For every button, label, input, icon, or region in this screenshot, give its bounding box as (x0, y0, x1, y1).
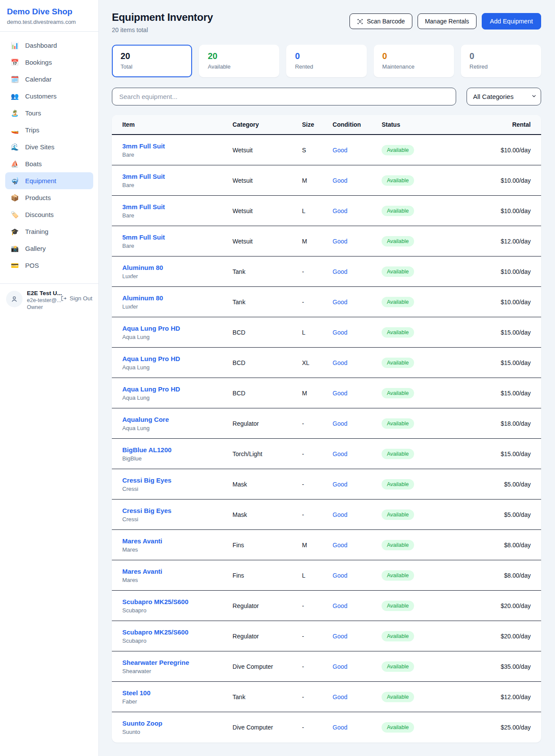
item-name-link[interactable]: Aqua Lung Pro HD (122, 385, 232, 393)
item-name-link[interactable]: Aqualung Core (122, 416, 232, 423)
manage-rentals-button[interactable]: Manage Rentals (418, 13, 477, 29)
item-category: Tank (232, 268, 302, 275)
condition-link[interactable]: Good (333, 390, 347, 397)
condition-link[interactable]: Good (333, 694, 347, 700)
sidebar-item[interactable]: 🎓 Training (5, 223, 93, 240)
item-name-link[interactable]: Aqua Lung Pro HD (122, 355, 232, 362)
item-name-link[interactable]: 5mm Full Suit (122, 233, 232, 241)
item-brand: Shearwater (122, 668, 232, 674)
item-name-link[interactable]: BigBlue AL1200 (122, 446, 232, 454)
item-name-link[interactable]: 3mm Full Suit (122, 173, 232, 180)
sidebar-item[interactable]: 📦 Products (5, 189, 93, 206)
condition-link[interactable]: Good (333, 663, 347, 670)
item-size: - (302, 694, 333, 700)
item-category: Dive Computer (232, 663, 302, 670)
item-category: BCD (232, 329, 302, 336)
item-size: - (302, 602, 333, 609)
sidebar-item[interactable]: 📊 Dashboard (5, 37, 93, 54)
item-name-link[interactable]: Aqua Lung Pro HD (122, 325, 232, 332)
stat-card[interactable]: 0 Retired (461, 45, 541, 77)
item-name-link[interactable]: Scubapro MK25/S600 (122, 598, 232, 605)
sidebar-item-label: POS (25, 262, 39, 269)
sidebar-item[interactable]: 🌊 Dive Sites (5, 138, 93, 155)
item-name-link[interactable]: Cressi Big Eyes (122, 507, 232, 514)
condition-link[interactable]: Good (333, 602, 347, 609)
item-category: Fins (232, 542, 302, 549)
sidebar-item[interactable]: 👥 Customers (5, 88, 93, 105)
search-input[interactable] (112, 88, 456, 105)
table-row: Aqua Lung Pro HD Aqua Lung BCD M Good Av… (112, 378, 541, 408)
item-name-link[interactable]: 3mm Full Suit (122, 203, 232, 210)
add-equipment-button[interactable]: Add Equipment (482, 13, 541, 30)
item-size: M (302, 542, 333, 549)
sign-out-icon (60, 295, 67, 302)
item-name-link[interactable]: Aluminum 80 (122, 294, 232, 302)
condition-link[interactable]: Good (333, 633, 347, 640)
sidebar-item-icon: 👥 (10, 93, 19, 99)
item-name-link[interactable]: 3mm Full Suit (122, 142, 232, 150)
condition-link[interactable]: Good (333, 724, 347, 731)
sidebar-item-label: Dashboard (25, 42, 57, 49)
stat-card[interactable]: 20 Total (112, 45, 192, 77)
condition-link[interactable]: Good (333, 542, 347, 549)
status-badge: Available (382, 206, 414, 216)
sidebar-item-label: Customers (25, 92, 57, 100)
stat-card[interactable]: 0 Maintenance (374, 45, 454, 77)
items-total: 20 items total (112, 26, 213, 33)
status-badge: Available (382, 661, 414, 672)
page-header: Equipment Inventory 20 items total Scan … (112, 11, 541, 33)
item-name-link[interactable]: Scubapro MK25/S600 (122, 628, 232, 636)
condition-link[interactable]: Good (333, 511, 347, 518)
item-name-link[interactable]: Aluminum 80 (122, 264, 232, 271)
sidebar-item[interactable]: ⛵ Boats (5, 155, 93, 172)
condition-link[interactable]: Good (333, 299, 347, 306)
sidebar-item[interactable]: 🤿 Equipment (5, 172, 93, 189)
condition-link[interactable]: Good (333, 572, 347, 579)
status-badge: Available (382, 601, 414, 611)
sidebar-item[interactable]: 📸 Gallery (5, 240, 93, 257)
condition-link[interactable]: Good (333, 481, 347, 488)
sidebar-item[interactable]: 🏝️ Tours (5, 105, 93, 122)
item-name-link[interactable]: Shearwater Peregrine (122, 659, 232, 666)
sidebar-item-icon: ⛵ (10, 161, 19, 167)
item-name-link[interactable]: Suunto Zoop (122, 720, 232, 727)
item-name-link[interactable]: Steel 100 (122, 689, 232, 697)
stat-card[interactable]: 20 Available (199, 45, 279, 77)
item-rental: $8.00/day (471, 542, 531, 549)
condition-link[interactable]: Good (333, 238, 347, 245)
sidebar-item-label: Trips (25, 126, 39, 134)
item-size: - (302, 299, 333, 306)
scan-barcode-button[interactable]: Scan Barcode (349, 13, 412, 29)
condition-link[interactable]: Good (333, 177, 347, 184)
item-brand: Cressi (122, 516, 232, 523)
sidebar-item[interactable]: 📅 Bookings (5, 54, 93, 71)
condition-link[interactable]: Good (333, 359, 347, 366)
condition-link[interactable]: Good (333, 329, 347, 336)
condition-link[interactable]: Good (333, 420, 347, 427)
item-name-link[interactable]: Mares Avanti (122, 537, 232, 545)
item-name-link[interactable]: Mares Avanti (122, 568, 232, 575)
item-brand: Aqua Lung (122, 334, 232, 340)
brand-link[interactable]: Demo Dive Shop (7, 7, 91, 16)
item-size: - (302, 511, 333, 518)
item-rental: $10.00/day (471, 299, 531, 306)
condition-link[interactable]: Good (333, 268, 347, 275)
sidebar-nav: 📊 Dashboard 📅 Bookings 🗓️ Calendar 👥 Cus… (0, 32, 98, 277)
sidebar-item[interactable]: 🚤 Trips (5, 122, 93, 138)
sidebar-item[interactable]: 🗓️ Calendar (5, 71, 93, 88)
table-row: Suunto Zoop Suunto Dive Computer - Good … (112, 712, 541, 743)
stat-card[interactable]: 0 Rented (286, 45, 366, 77)
item-brand: Scubapro (122, 638, 232, 644)
category-select[interactable]: All Categories (467, 88, 541, 105)
sidebar-item[interactable]: 🏷️ Discounts (5, 206, 93, 223)
item-rental: $18.00/day (471, 420, 531, 427)
sign-out-button[interactable]: Sign Out (60, 295, 92, 302)
condition-link[interactable]: Good (333, 147, 347, 154)
item-category: Dive Computer (232, 724, 302, 731)
condition-link[interactable]: Good (333, 207, 347, 214)
condition-link[interactable]: Good (333, 450, 347, 457)
status-badge: Available (382, 509, 414, 520)
item-category: BCD (232, 390, 302, 397)
item-name-link[interactable]: Cressi Big Eyes (122, 477, 232, 484)
sidebar-item[interactable]: 💳 POS (5, 257, 93, 274)
